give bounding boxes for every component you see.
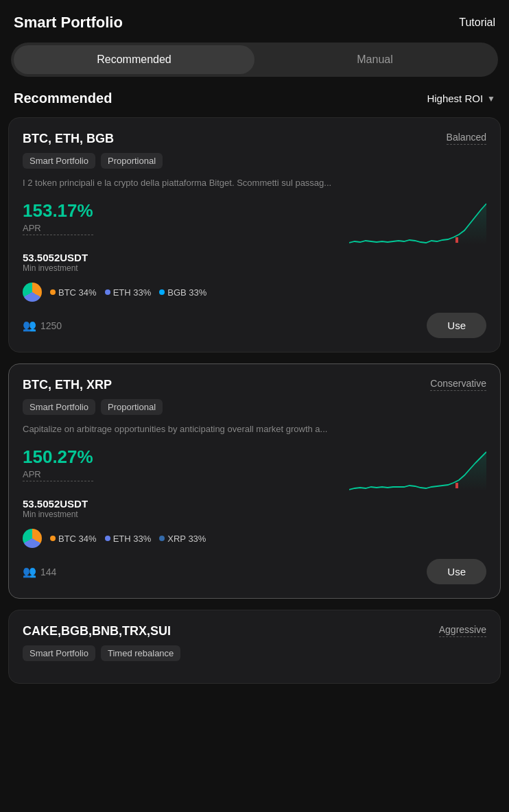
card2-token-label-1: ETH 33%	[113, 534, 152, 544]
card1-investment: 53.5052USDT Min investment	[23, 252, 486, 273]
header: Smart Portfolio Tutorial	[0, 0, 509, 43]
card2-tokens: BTC 34% ETH 33% XRP 33%	[23, 529, 486, 548]
sort-label: Highest ROI	[427, 93, 483, 104]
card2-token-1: ETH 33%	[105, 534, 152, 544]
card1-badge: Balanced	[447, 132, 486, 145]
card1-dot-0	[50, 289, 56, 295]
card1-footer: 👥 1250 Use	[23, 313, 486, 338]
card1-token-1: ETH 33%	[105, 287, 152, 298]
app-title: Smart Portfolio	[14, 14, 123, 32]
card1-apr-label: APR	[23, 223, 93, 235]
card2-investment-amount: 53.5052USDT	[23, 498, 486, 510]
portfolio-card-1: BTC, ETH, BGB Balanced Smart Portfolio P…	[8, 117, 501, 353]
card2-apr-wrap: 150.27% APR	[23, 446, 93, 481]
card2-token-label-2: XRP 33%	[167, 534, 206, 544]
card1-token-0: BTC 34%	[50, 287, 97, 298]
card2-investment: 53.5052USDT Min investment	[23, 498, 486, 519]
card1-tag-1: Proportional	[101, 153, 163, 169]
card1-description: I 2 token principali e la crypto della p…	[23, 177, 486, 189]
tutorial-button[interactable]: Tutorial	[459, 16, 495, 29]
card1-chart	[349, 200, 486, 245]
card1-tokens: BTC 34% ETH 33% BGB 33%	[23, 283, 486, 302]
card2-token-2: XRP 33%	[159, 534, 206, 544]
section-title: Recommended	[14, 91, 112, 106]
card2-header: BTC, ETH, XRP Conservative	[23, 378, 486, 392]
card2-title: BTC, ETH, XRP	[23, 378, 112, 392]
card1-token-label-0: BTC 34%	[58, 287, 97, 298]
card2-token-0: BTC 34%	[50, 534, 97, 544]
card3-header: CAKE,BGB,BNB,TRX,SUI Aggressive	[23, 624, 486, 638]
card2-users: 👥 144	[23, 565, 56, 578]
card2-bitget-icon	[23, 529, 42, 548]
portfolio-card-3: CAKE,BGB,BNB,TRX,SUI Aggressive Smart Po…	[8, 610, 501, 684]
sort-button[interactable]: Highest ROI ▼	[427, 93, 495, 104]
users-icon: 👥	[23, 319, 36, 332]
card1-dot-2	[159, 289, 165, 295]
card1-header: BTC, ETH, BGB Balanced	[23, 132, 486, 146]
tab-recommended[interactable]: Recommended	[14, 45, 254, 74]
cards-container: BTC, ETH, BGB Balanced Smart Portfolio P…	[0, 117, 509, 684]
tab-switcher: Recommended Manual	[11, 43, 498, 77]
card1-token-label-2: BGB 33%	[167, 287, 206, 298]
card1-users-count: 1250	[40, 320, 62, 331]
card2-investment-label: Min investment	[23, 510, 486, 519]
card2-use-button[interactable]: Use	[427, 559, 486, 584]
card1-bitget-icon	[23, 283, 42, 302]
card1-dot-1	[105, 289, 110, 295]
card3-tag-0: Smart Portfolio	[23, 645, 95, 661]
users-icon-2: 👥	[23, 565, 36, 578]
card2-users-count: 144	[40, 566, 56, 577]
card3-tag-1: Timed rebalance	[101, 645, 180, 661]
card1-use-button[interactable]: Use	[427, 313, 486, 338]
svg-marker-3	[349, 452, 486, 491]
card2-dot-0	[50, 536, 56, 541]
section-header: Recommended Highest ROI ▼	[0, 91, 509, 117]
card2-apr-value: 150.27%	[23, 446, 93, 468]
card2-badge: Conservative	[430, 378, 486, 391]
card2-tags: Smart Portfolio Proportional	[23, 399, 486, 415]
card1-apr-wrap: 153.17% APR	[23, 200, 93, 235]
card1-token-label-1: ETH 33%	[113, 287, 152, 298]
svg-marker-1	[349, 204, 486, 245]
card1-apr-value: 153.17%	[23, 200, 93, 222]
card3-tags: Smart Portfolio Timed rebalance	[23, 645, 486, 661]
card1-tag-0: Smart Portfolio	[23, 153, 95, 169]
card1-token-2: BGB 33%	[159, 287, 206, 298]
card1-users: 👥 1250	[23, 319, 62, 332]
tab-manual[interactable]: Manual	[254, 45, 495, 74]
card3-title: CAKE,BGB,BNB,TRX,SUI	[23, 624, 171, 638]
card2-token-label-0: BTC 34%	[58, 534, 97, 544]
card2-dot-1	[105, 536, 110, 541]
card1-apr-row: 153.17% APR	[23, 200, 486, 245]
card1-title: BTC, ETH, BGB	[23, 132, 114, 146]
card2-description: Capitalize on arbitrage opportunities by…	[23, 423, 486, 435]
card1-investment-amount: 53.5052USDT	[23, 252, 486, 263]
card1-tags: Smart Portfolio Proportional	[23, 153, 486, 169]
card2-chart	[349, 446, 486, 491]
portfolio-card-2: BTC, ETH, XRP Conservative Smart Portfol…	[8, 363, 501, 599]
chevron-down-icon: ▼	[487, 94, 495, 104]
card3-badge: Aggressive	[439, 624, 486, 637]
card2-tag-1: Proportional	[101, 399, 163, 415]
card2-apr-label: APR	[23, 469, 93, 481]
card2-apr-row: 150.27% APR	[23, 446, 486, 491]
card1-investment-label: Min investment	[23, 263, 486, 273]
card2-dot-2	[159, 536, 165, 541]
card2-footer: 👥 144 Use	[23, 559, 486, 584]
card2-tag-0: Smart Portfolio	[23, 399, 95, 415]
